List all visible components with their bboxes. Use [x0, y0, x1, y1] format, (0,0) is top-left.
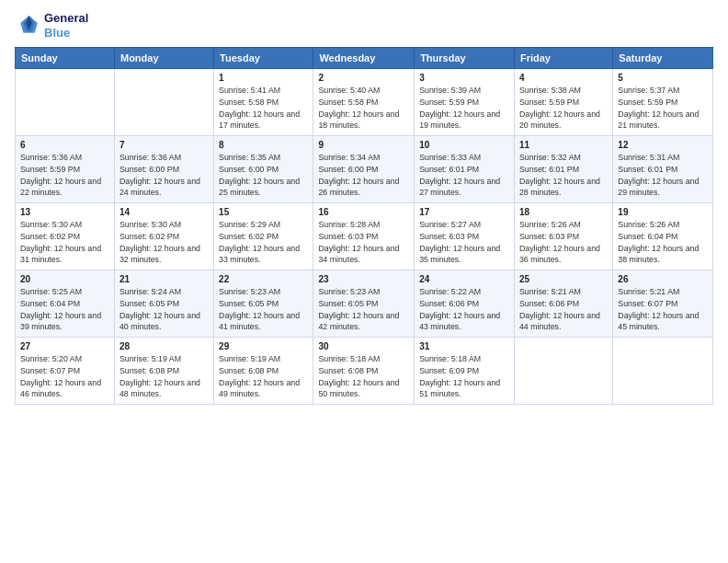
day-info: Sunrise: 5:19 AM Sunset: 6:08 PM Dayligh…: [119, 353, 209, 400]
day-info: Sunrise: 5:34 AM Sunset: 6:00 PM Dayligh…: [318, 152, 409, 199]
week-row-2: 13Sunrise: 5:30 AM Sunset: 6:02 PM Dayli…: [16, 203, 713, 270]
day-info: Sunrise: 5:36 AM Sunset: 5:59 PM Dayligh…: [20, 152, 109, 199]
day-number: 25: [519, 274, 608, 284]
day-info: Sunrise: 5:23 AM Sunset: 6:05 PM Dayligh…: [318, 286, 409, 333]
calendar-cell: 20Sunrise: 5:25 AM Sunset: 6:04 PM Dayli…: [16, 270, 115, 338]
calendar-cell: 15Sunrise: 5:29 AM Sunset: 6:02 PM Dayli…: [214, 203, 313, 270]
day-number: 8: [219, 140, 308, 150]
day-number: 5: [618, 73, 708, 83]
day-info: Sunrise: 5:26 AM Sunset: 6:03 PM Dayligh…: [519, 219, 608, 266]
day-number: 6: [20, 140, 109, 150]
day-info: Sunrise: 5:21 AM Sunset: 6:07 PM Dayligh…: [618, 286, 708, 333]
calendar-cell: 4Sunrise: 5:38 AM Sunset: 5:59 PM Daylig…: [514, 69, 612, 136]
day-number: 13: [20, 207, 109, 217]
day-number: 7: [119, 140, 209, 150]
calendar-cell: 1Sunrise: 5:41 AM Sunset: 5:58 PM Daylig…: [214, 69, 313, 136]
day-number: 28: [119, 341, 209, 351]
calendar-cell: [514, 338, 612, 405]
day-number: 17: [419, 207, 509, 217]
day-number: 29: [219, 341, 308, 351]
week-row-4: 27Sunrise: 5:20 AM Sunset: 6:07 PM Dayli…: [16, 338, 713, 405]
day-number: 4: [519, 73, 608, 83]
day-number: 16: [318, 207, 409, 217]
page: General Blue SundayMondayTuesdayWednesda…: [0, 0, 728, 563]
week-row-3: 20Sunrise: 5:25 AM Sunset: 6:04 PM Dayli…: [16, 270, 713, 338]
day-info: Sunrise: 5:36 AM Sunset: 6:00 PM Dayligh…: [119, 152, 209, 199]
day-info: Sunrise: 5:35 AM Sunset: 6:00 PM Dayligh…: [219, 152, 308, 199]
day-info: Sunrise: 5:27 AM Sunset: 6:03 PM Dayligh…: [419, 219, 509, 266]
calendar-cell: 24Sunrise: 5:22 AM Sunset: 6:06 PM Dayli…: [415, 270, 515, 338]
calendar-cell: 18Sunrise: 5:26 AM Sunset: 6:03 PM Dayli…: [514, 203, 612, 270]
calendar-cell: 31Sunrise: 5:18 AM Sunset: 6:09 PM Dayli…: [415, 338, 515, 405]
logo-icon: [15, 13, 40, 39]
day-info: Sunrise: 5:37 AM Sunset: 5:59 PM Dayligh…: [618, 85, 708, 132]
day-info: Sunrise: 5:30 AM Sunset: 6:02 PM Dayligh…: [119, 219, 209, 266]
calendar-cell: 14Sunrise: 5:30 AM Sunset: 6:02 PM Dayli…: [114, 203, 213, 270]
calendar-cell: [16, 69, 115, 136]
day-info: Sunrise: 5:18 AM Sunset: 6:08 PM Dayligh…: [318, 353, 409, 400]
day-info: Sunrise: 5:31 AM Sunset: 6:01 PM Dayligh…: [618, 152, 708, 199]
day-number: 11: [519, 140, 608, 150]
calendar-cell: 13Sunrise: 5:30 AM Sunset: 6:02 PM Dayli…: [16, 203, 115, 270]
calendar-cell: 3Sunrise: 5:39 AM Sunset: 5:59 PM Daylig…: [415, 69, 515, 136]
day-info: Sunrise: 5:38 AM Sunset: 5:59 PM Dayligh…: [519, 85, 608, 132]
weekday-header-row: SundayMondayTuesdayWednesdayThursdayFrid…: [16, 48, 713, 69]
day-number: 20: [20, 274, 109, 284]
day-number: 21: [119, 274, 209, 284]
day-info: Sunrise: 5:22 AM Sunset: 6:06 PM Dayligh…: [419, 286, 509, 333]
day-info: Sunrise: 5:19 AM Sunset: 6:08 PM Dayligh…: [219, 353, 308, 400]
calendar-cell: 28Sunrise: 5:19 AM Sunset: 6:08 PM Dayli…: [114, 338, 213, 405]
weekday-header-thursday: Thursday: [415, 48, 515, 69]
day-info: Sunrise: 5:24 AM Sunset: 6:05 PM Dayligh…: [119, 286, 209, 333]
weekday-header-friday: Friday: [514, 48, 612, 69]
day-number: 26: [618, 274, 708, 284]
calendar-cell: 16Sunrise: 5:28 AM Sunset: 6:03 PM Dayli…: [313, 203, 415, 270]
day-info: Sunrise: 5:29 AM Sunset: 6:02 PM Dayligh…: [219, 219, 308, 266]
logo-text: General Blue: [44, 11, 88, 40]
calendar-cell: 17Sunrise: 5:27 AM Sunset: 6:03 PM Dayli…: [415, 203, 515, 270]
calendar-cell: 27Sunrise: 5:20 AM Sunset: 6:07 PM Dayli…: [16, 338, 115, 405]
day-number: 2: [318, 73, 409, 83]
day-info: Sunrise: 5:25 AM Sunset: 6:04 PM Dayligh…: [20, 286, 109, 333]
calendar-cell: 19Sunrise: 5:26 AM Sunset: 6:04 PM Dayli…: [613, 203, 713, 270]
day-number: 3: [419, 73, 509, 83]
day-info: Sunrise: 5:30 AM Sunset: 6:02 PM Dayligh…: [20, 219, 109, 266]
logo: General Blue: [15, 11, 88, 40]
calendar: SundayMondayTuesdayWednesdayThursdayFrid…: [15, 47, 713, 405]
calendar-cell: 5Sunrise: 5:37 AM Sunset: 5:59 PM Daylig…: [613, 69, 713, 136]
day-number: 15: [219, 207, 308, 217]
calendar-cell: 11Sunrise: 5:32 AM Sunset: 6:01 PM Dayli…: [514, 136, 612, 203]
day-info: Sunrise: 5:20 AM Sunset: 6:07 PM Dayligh…: [20, 353, 109, 400]
day-info: Sunrise: 5:32 AM Sunset: 6:01 PM Dayligh…: [519, 152, 608, 199]
day-number: 14: [119, 207, 209, 217]
day-info: Sunrise: 5:39 AM Sunset: 5:59 PM Dayligh…: [419, 85, 509, 132]
calendar-cell: 7Sunrise: 5:36 AM Sunset: 6:00 PM Daylig…: [114, 136, 213, 203]
day-number: 18: [519, 207, 608, 217]
day-number: 9: [318, 140, 409, 150]
calendar-cell: [613, 338, 713, 405]
calendar-cell: 22Sunrise: 5:23 AM Sunset: 6:05 PM Dayli…: [214, 270, 313, 338]
weekday-header-saturday: Saturday: [613, 48, 713, 69]
calendar-cell: 25Sunrise: 5:21 AM Sunset: 6:06 PM Dayli…: [514, 270, 612, 338]
calendar-cell: 21Sunrise: 5:24 AM Sunset: 6:05 PM Dayli…: [114, 270, 213, 338]
calendar-cell: 2Sunrise: 5:40 AM Sunset: 5:58 PM Daylig…: [313, 69, 415, 136]
weekday-header-tuesday: Tuesday: [214, 48, 313, 69]
day-info: Sunrise: 5:26 AM Sunset: 6:04 PM Dayligh…: [618, 219, 708, 266]
calendar-cell: 29Sunrise: 5:19 AM Sunset: 6:08 PM Dayli…: [214, 338, 313, 405]
day-number: 24: [419, 274, 509, 284]
header: General Blue: [15, 11, 713, 40]
calendar-cell: [114, 69, 213, 136]
day-info: Sunrise: 5:41 AM Sunset: 5:58 PM Dayligh…: [219, 85, 308, 132]
day-number: 30: [318, 341, 409, 351]
day-number: 12: [618, 140, 708, 150]
day-info: Sunrise: 5:23 AM Sunset: 6:05 PM Dayligh…: [219, 286, 308, 333]
day-info: Sunrise: 5:28 AM Sunset: 6:03 PM Dayligh…: [318, 219, 409, 266]
calendar-cell: 12Sunrise: 5:31 AM Sunset: 6:01 PM Dayli…: [613, 136, 713, 203]
day-number: 10: [419, 140, 509, 150]
day-number: 23: [318, 274, 409, 284]
day-number: 1: [219, 73, 308, 83]
week-row-0: 1Sunrise: 5:41 AM Sunset: 5:58 PM Daylig…: [16, 69, 713, 136]
calendar-cell: 10Sunrise: 5:33 AM Sunset: 6:01 PM Dayli…: [415, 136, 515, 203]
day-number: 27: [20, 341, 109, 351]
day-number: 22: [219, 274, 308, 284]
